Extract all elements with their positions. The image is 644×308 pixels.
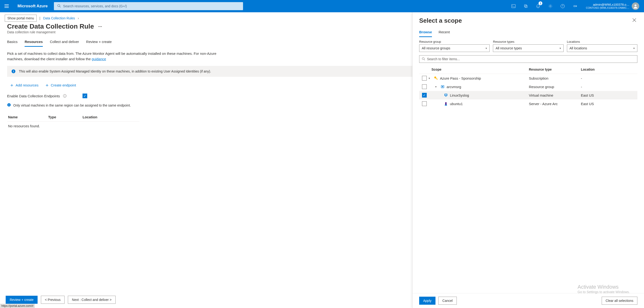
chevron-right-icon: ›	[78, 16, 79, 20]
filter-rt-select[interactable]: All resource types▾	[493, 44, 564, 52]
svg-rect-17	[445, 102, 446, 105]
plus-icon: ＋	[10, 82, 14, 88]
filter-rg-label: Resource group	[419, 40, 490, 43]
tab-review-create[interactable]: Review + create	[86, 38, 112, 47]
status-bar: https://portal.azure.com/#	[0, 304, 35, 308]
th-location: Location	[581, 67, 636, 71]
svg-point-4	[574, 5, 575, 7]
svg-rect-1	[512, 4, 516, 8]
arc-server-icon	[444, 102, 448, 106]
add-resources-button[interactable]: ＋Add resources	[10, 82, 38, 88]
add-resources-label: Add resources	[16, 83, 38, 87]
global-search-input[interactable]: Search resources, services, and docs (G+…	[54, 2, 243, 10]
previous-button[interactable]: < Previous	[41, 296, 65, 304]
svg-point-10	[422, 57, 424, 59]
directories-button[interactable]	[520, 0, 531, 12]
svg-text:i: i	[9, 103, 10, 106]
scope-location: -	[581, 76, 636, 80]
tab-basics[interactable]: Basics	[7, 38, 18, 47]
chevron-down-icon: ▾	[486, 47, 487, 50]
scope-checkbox[interactable]	[422, 84, 427, 89]
scope-location: East US	[581, 93, 636, 97]
tab-collect-and-deliver[interactable]: Collect and deliver	[50, 38, 79, 47]
filter-loc-select[interactable]: All locations▾	[567, 44, 638, 52]
resources-table: Name Type Location No resources found.	[7, 113, 140, 130]
vm-icon	[444, 93, 448, 97]
help-button[interactable]	[558, 0, 568, 12]
review-create-button[interactable]: Review + create	[6, 296, 38, 304]
create-endpoint-label: Create endpoint	[51, 83, 76, 87]
avatar-icon	[632, 2, 639, 10]
more-actions-button[interactable]: ···	[98, 24, 102, 29]
notification-badge: 1	[538, 1, 542, 5]
th-scope: Scope	[420, 67, 529, 71]
wizard-body-text: Pick a set of machines to collect data f…	[7, 51, 220, 62]
notifications-button[interactable]: 1	[533, 0, 543, 12]
search-placeholder: Search resources, services, and docs (G+…	[63, 4, 127, 8]
account-email: admin@WWLx100378.o…	[586, 3, 629, 6]
svg-point-0	[58, 4, 60, 6]
region-warning-text: Only virtual machines in the same region…	[13, 103, 131, 107]
th-resource-type: Resource type	[529, 67, 581, 71]
filter-rt-label: Resource types	[493, 40, 564, 43]
scope-location: East US	[581, 102, 636, 106]
scope-row-vm[interactable]: LinuxSyslog Virtual machine East US	[419, 91, 638, 99]
hamburger-button[interactable]	[2, 1, 11, 11]
scope-row-resourcegroup[interactable]: ▾ arcvmsrg Resource group -	[419, 82, 638, 91]
filter-rg-value: All resource groups	[422, 46, 450, 50]
cancel-button[interactable]: Cancel	[438, 297, 457, 305]
scope-checkbox[interactable]	[422, 101, 427, 106]
scope-checkbox[interactable]	[422, 76, 427, 80]
svg-point-5	[634, 4, 636, 6]
scope-row-subscription[interactable]: ▾ Azure Pass - Sponsorship Subscription …	[419, 74, 638, 82]
th-type[interactable]: Type	[47, 113, 82, 122]
panel-title: Select a scope	[419, 17, 462, 24]
filter-rt-value: All resource types	[496, 46, 522, 50]
search-icon	[422, 57, 425, 61]
enable-endpoints-checkbox[interactable]	[82, 93, 87, 98]
chevron-down-icon: ▾	[560, 47, 561, 50]
filter-rg-select[interactable]: All resource groups▾	[419, 44, 490, 52]
close-button[interactable]	[631, 17, 638, 24]
caret-icon[interactable]: ▾	[428, 77, 432, 80]
scope-location: -	[581, 85, 636, 89]
panel-tab-browse[interactable]: Browse	[419, 28, 432, 37]
scope-name: ubuntu1	[450, 102, 463, 106]
page-title: Create Data Collection Rule	[7, 23, 94, 30]
scope-row-arc[interactable]: ubuntu1 Server - Azure Arc East US	[419, 99, 638, 108]
cloud-shell-button[interactable]	[508, 0, 519, 12]
scope-name: LinuxSyslog	[450, 93, 469, 97]
brand-link[interactable]: Microsoft Azure	[13, 4, 52, 8]
search-icon	[57, 4, 61, 8]
table-empty-text: No resources found.	[7, 122, 140, 131]
scope-search-input[interactable]: Search to filter items...	[419, 55, 638, 63]
plus-icon: ＋	[45, 82, 50, 88]
tab-resources[interactable]: Resources	[24, 38, 43, 47]
panel-tab-recent[interactable]: Recent	[438, 28, 450, 37]
info-text: This will also enable System Assigned Ma…	[19, 69, 211, 73]
caret-icon[interactable]: ▾	[435, 85, 438, 88]
create-endpoint-button[interactable]: ＋Create endpoint	[45, 82, 76, 88]
next-button[interactable]: Next : Collect and deliver >	[68, 296, 116, 304]
th-name[interactable]: Name	[7, 113, 47, 122]
info-icon: i	[11, 69, 16, 73]
account-button[interactable]: admin@WWLx100378.o… CONTOSO (WWLX100378.…	[582, 2, 642, 10]
help-icon[interactable]: i	[63, 94, 66, 98]
guidance-link[interactable]: guidance	[92, 57, 106, 61]
breadcrumb-link-data-collection-rules[interactable]: Data Collection Rules	[43, 16, 75, 20]
account-tenant: CONTOSO (WWLX100378.ONMIC…	[586, 6, 629, 9]
svg-point-2	[550, 5, 551, 7]
apply-button[interactable]: Apply	[419, 297, 436, 305]
key-icon	[434, 76, 438, 80]
scope-search-placeholder: Search to filter items...	[427, 57, 460, 61]
breadcrumb-separator: |	[40, 16, 40, 20]
chevron-down-icon: ▾	[633, 47, 635, 50]
resource-group-icon	[440, 85, 445, 89]
settings-button[interactable]	[545, 0, 556, 12]
scope-checkbox[interactable]	[422, 93, 427, 98]
feedback-button[interactable]	[570, 0, 580, 12]
clear-selections-button[interactable]: Clear all selections	[602, 297, 638, 305]
th-location[interactable]: Location	[82, 113, 140, 122]
scope-type: Server - Azure Arc	[529, 102, 581, 106]
filter-loc-value: All locations	[570, 46, 587, 50]
